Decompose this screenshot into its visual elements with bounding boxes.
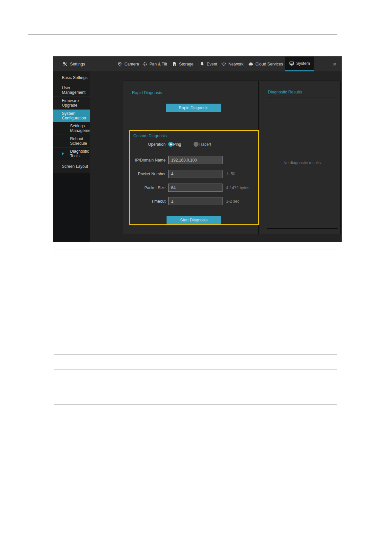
horizontal-rule bbox=[28, 34, 337, 35]
ip-domain-label: IP/Domain Name bbox=[130, 158, 166, 163]
wifi-icon bbox=[221, 62, 226, 67]
ip-domain-input[interactable] bbox=[168, 156, 222, 164]
sd-card-icon bbox=[172, 62, 177, 67]
settings-label: Settings bbox=[70, 62, 85, 66]
sidebar-item-label: System Configuration bbox=[62, 111, 90, 120]
top-bar: Settings Camera Pan & Tilt bbox=[53, 56, 342, 71]
sidebar-item-label: Screen Layout bbox=[62, 164, 88, 169]
horizontal-rule bbox=[54, 330, 337, 330]
start-diagnosis-button[interactable]: Start Diagnosis bbox=[167, 216, 221, 224]
packet-size-input[interactable] bbox=[168, 184, 222, 192]
sidebar-item-screen-layout[interactable]: Screen Layout bbox=[53, 160, 90, 173]
tab-label: Event bbox=[207, 62, 217, 66]
diagnostic-results-box: No diagnostic results. bbox=[267, 97, 338, 229]
sidebar-item-user-management[interactable]: User Management bbox=[53, 84, 90, 97]
packet-number-hint: 1~50 bbox=[226, 172, 235, 176]
close-icon[interactable]: × bbox=[333, 57, 336, 71]
sidebar-item-firmware-upgrade[interactable]: Firmware Upgrade bbox=[53, 97, 90, 110]
rapid-diagnosis-button[interactable]: Rapid Diagnosis bbox=[166, 104, 221, 112]
tab-event[interactable]: Event bbox=[199, 57, 217, 71]
settings-header: Settings bbox=[63, 57, 85, 71]
custom-diagnosis-title: Custom Diagnosis bbox=[133, 134, 167, 138]
monitor-icon bbox=[289, 61, 294, 66]
radio-ping-label: Ping bbox=[173, 142, 181, 147]
tab-cloud-services[interactable]: Cloud Services bbox=[248, 57, 283, 71]
wrench-screwdriver-icon bbox=[63, 62, 68, 67]
custom-diagnosis-box: Custom Diagnosis Operation Ping Tracert … bbox=[129, 130, 259, 225]
horizontal-rule bbox=[54, 428, 337, 428]
timeout-label: Timeout bbox=[130, 199, 166, 204]
sidebar-item-label: Basic Settings bbox=[62, 75, 88, 80]
packet-size-hint: 4-1472 bytes bbox=[226, 186, 249, 190]
horizontal-rule bbox=[54, 354, 337, 355]
sidebar-item-label: Diagnostic Tools bbox=[70, 149, 90, 158]
horizontal-rule bbox=[54, 479, 337, 479]
tab-storage[interactable]: Storage bbox=[172, 57, 194, 71]
tab-system[interactable]: System bbox=[285, 57, 314, 71]
operation-row: Operation Ping Tracert bbox=[130, 142, 258, 147]
operation-label: Operation bbox=[130, 142, 166, 147]
radio-tracert[interactable] bbox=[194, 142, 198, 147]
horizontal-rule bbox=[54, 249, 337, 249]
packet-number-row: Packet Number 1~50 bbox=[130, 170, 258, 178]
rapid-diagnosis-title: Rapid Diagnosis bbox=[132, 90, 162, 95]
tab-camera[interactable]: Camera bbox=[117, 57, 139, 71]
empty-results-text: No diagnostic results. bbox=[283, 161, 322, 165]
diagnostic-results-panel: Diagnostic Results No diagnostic results… bbox=[259, 81, 341, 234]
tab-label: Pan & Tilt bbox=[149, 62, 167, 66]
sidebar-item-label: Firmware Upgrade bbox=[62, 98, 90, 108]
diagnostic-results-title: Diagnostic Results bbox=[268, 90, 302, 94]
timeout-hint: 1-2 sec bbox=[226, 199, 239, 204]
sidebar: Basic Settings User Management Firmware … bbox=[53, 71, 90, 242]
tab-label: Storage bbox=[179, 62, 194, 66]
packet-size-row: Packet Size 4-1472 bytes bbox=[130, 184, 258, 192]
tab-label: Camera bbox=[124, 62, 139, 66]
pan-tilt-icon bbox=[142, 62, 147, 67]
packet-number-input[interactable] bbox=[168, 170, 222, 178]
bell-icon bbox=[199, 62, 205, 67]
tab-network[interactable]: Network bbox=[221, 57, 244, 71]
tab-pan-tilt[interactable]: Pan & Tilt bbox=[142, 57, 167, 71]
sidebar-item-diagnostic-tools[interactable]: Diagnostic Tools bbox=[53, 148, 90, 161]
sidebar-item-label: User Management bbox=[62, 86, 90, 95]
diagnosis-panel: Rapid Diagnosis Rapid Diagnosis Custom D… bbox=[123, 81, 259, 234]
horizontal-rule bbox=[54, 369, 337, 370]
horizontal-rule bbox=[54, 312, 337, 312]
tab-label: Network bbox=[228, 62, 244, 66]
sidebar-item-label: Reboot Schedule bbox=[70, 137, 90, 146]
tab-label: System bbox=[296, 61, 310, 66]
ip-domain-row: IP/Domain Name bbox=[130, 156, 258, 164]
camera-icon bbox=[117, 62, 122, 67]
settings-window: Settings Camera Pan & Tilt bbox=[53, 56, 342, 242]
packet-number-label: Packet Number bbox=[130, 172, 166, 176]
sidebar-item-reboot-schedule[interactable]: Reboot Schedule bbox=[53, 135, 90, 148]
timeout-input[interactable] bbox=[168, 197, 222, 205]
sidebar-item-system-configuration[interactable]: System Configuration bbox=[53, 110, 90, 122]
horizontal-rule bbox=[54, 404, 337, 405]
cloud-icon bbox=[248, 62, 253, 67]
tab-label: Cloud Services bbox=[255, 62, 283, 66]
radio-tracert-label: Tracert bbox=[198, 142, 211, 147]
packet-size-label: Packet Size bbox=[130, 186, 166, 190]
main-content: Rapid Diagnosis Rapid Diagnosis Custom D… bbox=[90, 71, 342, 242]
radio-ping[interactable] bbox=[168, 142, 173, 147]
sidebar-list: Basic Settings User Management Firmware … bbox=[53, 71, 90, 173]
timeout-row: Timeout 1-2 sec bbox=[130, 197, 258, 205]
sidebar-item-settings-management[interactable]: Settings Management bbox=[53, 122, 90, 135]
triangle-right-icon bbox=[62, 152, 64, 155]
sidebar-item-basic-settings[interactable]: Basic Settings bbox=[53, 71, 90, 84]
document-page: Settings Camera Pan & Tilt bbox=[0, 0, 392, 554]
